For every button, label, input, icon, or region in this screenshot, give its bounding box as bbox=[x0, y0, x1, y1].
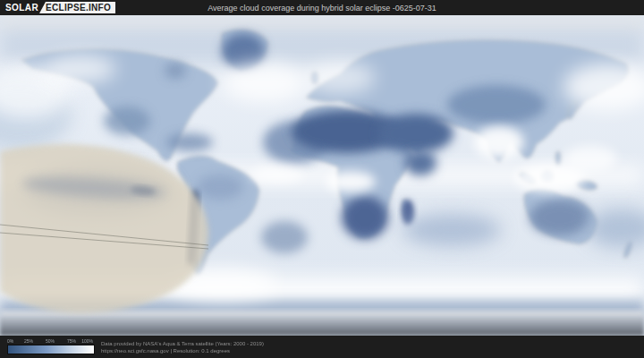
site-logo[interactable]: SOLAR ECLIPSE.INFO bbox=[5, 2, 115, 13]
antarctica bbox=[0, 311, 644, 336]
logo-text-solar: SOLAR bbox=[5, 3, 38, 13]
solar-eclipse-app: Average cloud coverage during hybrid sol… bbox=[0, 0, 644, 358]
legend-tick-0: 0% bbox=[7, 338, 13, 344]
cloud-coverage-map bbox=[0, 15, 644, 336]
attribution-line-2: https://neo.sci.gsfc.nasa.gov | Resoluti… bbox=[101, 347, 264, 354]
top-bar: Average cloud coverage during hybrid sol… bbox=[0, 0, 644, 15]
legend-tick-labels: 0% 25% 50% 75% 100% bbox=[7, 338, 93, 344]
logo-text-eclipse-info: ECLIPSE.INFO bbox=[39, 2, 115, 13]
attribution-line-1: Data provided by NASA's Aqua & Terra sat… bbox=[101, 340, 264, 347]
cloud-coverage-legend: 0% 25% 50% 75% 100% bbox=[7, 338, 93, 354]
philippines bbox=[555, 151, 561, 166]
legend-tick-100: 100% bbox=[81, 338, 93, 344]
world-map-svg bbox=[0, 15, 644, 336]
data-attribution: Data provided by NASA's Aqua & Terra sat… bbox=[101, 340, 264, 354]
legend-tick-75: 75% bbox=[67, 338, 76, 344]
bottom-bar: 0% 25% 50% 75% 100% Data provided by NAS… bbox=[0, 336, 644, 358]
legend-tick-25: 25% bbox=[24, 338, 33, 344]
legend-gradient-bar bbox=[7, 345, 95, 354]
legend-tick-50: 50% bbox=[46, 338, 55, 344]
